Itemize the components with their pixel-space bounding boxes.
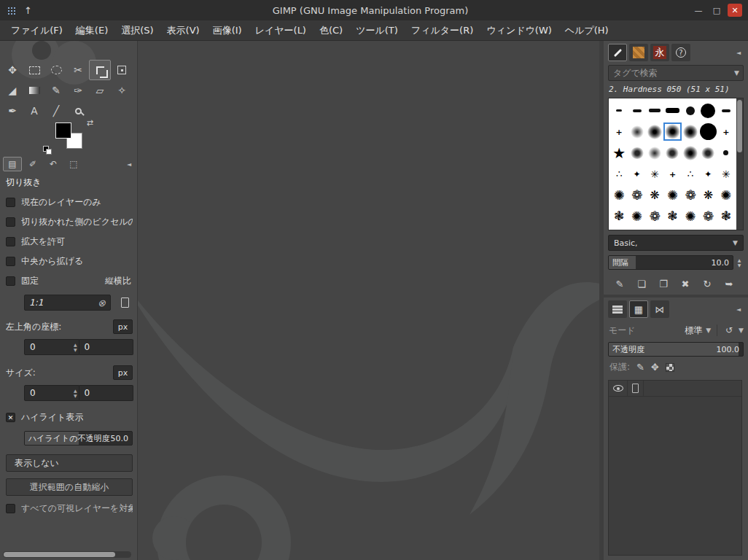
brush-thumbnail[interactable]: [628, 163, 645, 184]
move-tool[interactable]: ✥: [1, 60, 23, 80]
chevron-down-icon[interactable]: ▼: [706, 327, 711, 334]
checkbox[interactable]: [6, 257, 15, 266]
maximize-button[interactable]: □: [709, 4, 724, 17]
brush-thumbnail[interactable]: [663, 142, 681, 163]
brush-thumbnail[interactable]: [663, 100, 681, 121]
tag-filter-dropdown[interactable]: Basic, ▼: [608, 235, 744, 251]
option-shrink-merged[interactable]: すべての可視レイヤーを対象に: [6, 502, 133, 515]
menu-file[interactable]: ファイル(F): [4, 20, 69, 41]
checkbox[interactable]: [6, 237, 15, 246]
brush-thumbnail[interactable]: [682, 206, 699, 227]
menu-edit[interactable]: 編集(E): [69, 20, 114, 41]
ink-tool[interactable]: ✒: [1, 101, 23, 121]
guides-dropdown[interactable]: 表示しない: [6, 454, 133, 472]
workspace-grid-icon[interactable]: [7, 7, 15, 15]
checkbox[interactable]: [6, 504, 15, 513]
brush-thumbnail[interactable]: [699, 206, 717, 227]
option-highlight[interactable]: ハイライト表示: [6, 411, 133, 424]
lock-pixels-icon[interactable]: ✎: [636, 362, 644, 373]
menu-windows[interactable]: ウィンドウ(W): [480, 20, 558, 41]
ellipse-select-tool[interactable]: [45, 60, 67, 80]
brush-thumbnail[interactable]: [699, 184, 717, 206]
option-current-layer-only[interactable]: 現在のレイヤーのみ: [6, 196, 133, 209]
panel-menu-button[interactable]: ◄: [733, 304, 744, 314]
brush-thumbnail[interactable]: [628, 142, 645, 163]
foreground-color-swatch[interactable]: [55, 122, 71, 139]
brush-thumbnail[interactable]: [699, 142, 717, 163]
brush-thumbnail[interactable]: [646, 121, 663, 142]
checkbox-checked[interactable]: [6, 413, 15, 422]
scrollbar-thumb[interactable]: [737, 100, 742, 152]
spinner-arrows[interactable]: ▲▼: [74, 340, 77, 354]
airbrush-tool[interactable]: ✧: [111, 80, 133, 101]
brush-thumbnail[interactable]: [699, 100, 717, 121]
brush-thumbnail[interactable]: [610, 142, 628, 163]
layers-tab[interactable]: [608, 300, 627, 318]
free-select-tool[interactable]: ✂: [67, 60, 89, 80]
spacing-stepper[interactable]: ▲▼: [735, 255, 744, 270]
brush-thumbnail[interactable]: [682, 184, 699, 206]
brush-thumbnail[interactable]: [717, 206, 735, 227]
pencil-tool[interactable]: ✎: [45, 80, 67, 101]
menu-help[interactable]: ヘルプ(H): [558, 20, 615, 41]
tool-options-tab[interactable]: ▤: [3, 157, 22, 171]
menu-filters[interactable]: フィルター(R): [405, 20, 480, 41]
menu-view[interactable]: 表示(V): [160, 20, 206, 41]
undo-history-tab[interactable]: ↶: [44, 157, 63, 171]
brush-thumbnail[interactable]: [646, 142, 663, 163]
text-tool[interactable]: A: [23, 101, 45, 121]
brush-thumbnail[interactable]: [699, 163, 717, 184]
pointer-tab[interactable]: ⬚: [64, 157, 83, 171]
layer-mode-dropdown[interactable]: 標準: [685, 324, 702, 337]
paintbrush-tool[interactable]: ✑: [67, 80, 89, 101]
brush-thumbnail[interactable]: [717, 184, 735, 206]
brush-thumbnail[interactable]: [628, 184, 645, 206]
gradient-tool[interactable]: [23, 80, 45, 101]
title-bar[interactable]: ↑ GIMP (GNU Image Manipulation Program) …: [0, 0, 748, 20]
brush-thumbnail[interactable]: [646, 163, 663, 184]
brush-thumbnail[interactable]: [682, 142, 699, 163]
spinner-arrows[interactable]: ▲▼: [74, 386, 77, 400]
option-expand-from-center[interactable]: 中央から拡げる: [6, 255, 133, 268]
brush-thumbnail[interactable]: [663, 121, 681, 142]
channels-tab[interactable]: [629, 300, 648, 318]
lock-position-icon[interactable]: ✥: [651, 362, 659, 373]
brush-thumbnail[interactable]: [663, 163, 681, 184]
brush-thumbnail[interactable]: [717, 100, 735, 121]
menu-layer[interactable]: レイヤー(L): [249, 20, 313, 41]
brush-thumbnail[interactable]: [628, 121, 645, 142]
menu-colors[interactable]: 色(C): [313, 20, 349, 41]
crop-tool[interactable]: [89, 60, 111, 80]
orientation-toggle-button[interactable]: [117, 295, 133, 311]
brush-thumbnail[interactable]: [628, 206, 645, 227]
checkbox[interactable]: [6, 276, 15, 286]
size-width-field[interactable]: 0 ▲▼: [24, 385, 79, 401]
brush-thumbnail[interactable]: [610, 121, 628, 142]
fonts-tab[interactable]: 永: [650, 44, 669, 61]
swap-colors-icon[interactable]: ⇄: [87, 118, 93, 128]
brush-thumbnail[interactable]: [646, 100, 663, 121]
chevron-down-icon[interactable]: ▼: [739, 327, 744, 334]
layer-opacity-slider[interactable]: 不透明度 100.0: [608, 342, 744, 357]
lock-alpha-icon[interactable]: [666, 363, 674, 372]
zoom-tool[interactable]: [67, 101, 89, 121]
tool-options-scrollbar[interactable]: [3, 551, 131, 558]
menu-select[interactable]: 選択(S): [114, 20, 160, 41]
brush-thumbnail[interactable]: [610, 100, 628, 121]
visibility-cell[interactable]: [609, 381, 628, 396]
brush-thumbnail[interactable]: [663, 184, 681, 206]
option-delete-cropped-pixels[interactable]: 切り抜かれた側のピクセルの削: [6, 216, 133, 228]
menu-tools[interactable]: ツール(T): [349, 20, 405, 41]
dock-menu-button[interactable]: ◄: [124, 159, 134, 169]
size-height-field[interactable]: 0: [79, 385, 134, 401]
brush-thumbnail[interactable]: [682, 100, 699, 121]
close-button[interactable]: ✕: [728, 4, 742, 17]
duplicate-brush-button[interactable]: ❐: [655, 276, 672, 291]
checkbox[interactable]: [6, 198, 15, 207]
brush-thumbnail[interactable]: [717, 121, 735, 142]
rectangle-select-tool[interactable]: [23, 60, 45, 80]
highlight-opacity-slider[interactable]: ハイライトの不透明度 50.0: [24, 431, 133, 446]
size-unit-dropdown[interactable]: px: [113, 365, 133, 380]
brush-thumbnail[interactable]: [646, 206, 663, 227]
refresh-brushes-button[interactable]: ↻: [698, 276, 716, 291]
